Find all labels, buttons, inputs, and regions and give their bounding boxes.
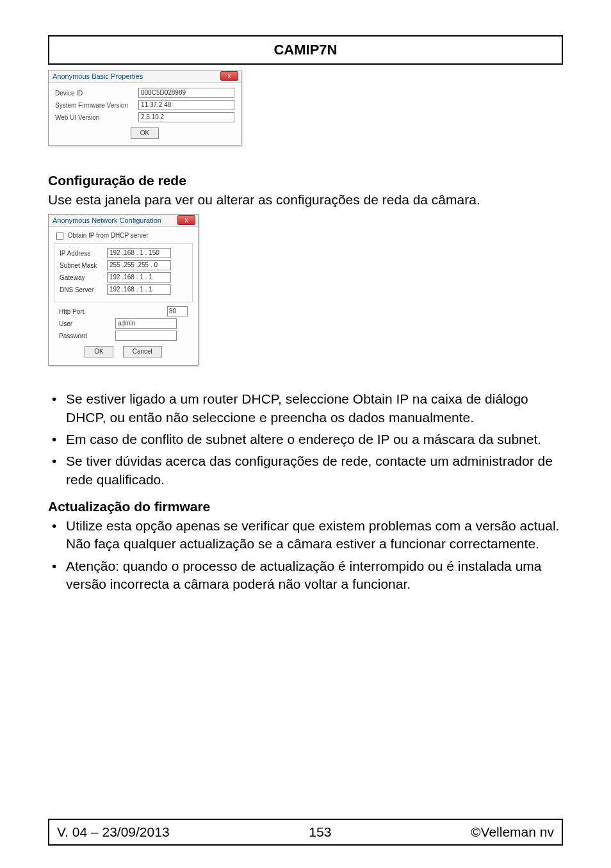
ok-button[interactable]: OK: [131, 127, 159, 139]
webui-input[interactable]: 2.5.10.2: [138, 112, 234, 122]
password-label: Password: [59, 332, 115, 340]
ip-row: IP Address 192 .168 . 1 . 150: [60, 248, 187, 258]
dialog2-titlebar: Anonymous Network Configuration x: [49, 215, 198, 227]
page-content: Anonymous Basic Properties x Device ID 0…: [0, 70, 611, 593]
user-label: User: [59, 320, 115, 327]
dns-row: DNS Server 192 .168 . 1 . 1: [60, 284, 187, 295]
ip-label: IP Address: [60, 250, 107, 257]
bullet-item: Se tiver dúvidas acerca das configuraçõe…: [48, 452, 563, 489]
webui-row: Web UI Version 2.5.10.2: [55, 112, 234, 122]
device-id-input[interactable]: 000C5D028989: [138, 88, 234, 98]
firmware-bullets: Utilize esta opção apenas se verificar q…: [48, 517, 563, 593]
dialog2-button-row: OK Cancel: [54, 346, 193, 357]
firmware-label: System Firmware Version: [55, 102, 138, 109]
network-config-heading: Configuração de rede: [48, 173, 563, 188]
http-port-label: Http Port: [59, 308, 115, 315]
footer-version: V. 04 – 23/09/2013: [57, 824, 170, 840]
webui-label: Web UI Version: [55, 114, 138, 121]
device-id-label: Device ID: [55, 90, 138, 97]
network-config-dialog: Anonymous Network Configuration x Obtain…: [48, 214, 199, 366]
page-footer: V. 04 – 23/09/2013 153 ©Velleman nv: [48, 819, 563, 846]
bullet-item: Se estiver ligado a um router DHCP, sele…: [48, 390, 563, 427]
gateway-label: Gateway: [60, 274, 107, 281]
subnet-input[interactable]: 255 .255 .255 . 0: [107, 260, 171, 270]
device-id-row: Device ID 000C5D028989: [55, 88, 234, 98]
dialog-titlebar: Anonymous Basic Properties x: [49, 70, 241, 83]
ip-input[interactable]: 192 .168 . 1 . 150: [107, 248, 171, 258]
footer-copyright: ©Velleman nv: [471, 824, 554, 840]
http-port-row: Http Port 80: [59, 306, 188, 316]
bullet-item: Utilize esta opção apenas se verificar q…: [48, 517, 563, 553]
dhcp-checkbox[interactable]: [56, 233, 63, 240]
close-icon[interactable]: x: [177, 215, 195, 225]
close-icon[interactable]: x: [220, 71, 238, 81]
dialog-body: Device ID 000C5D028989 System Firmware V…: [49, 83, 241, 145]
basic-properties-dialog: Anonymous Basic Properties x Device ID 0…: [48, 70, 241, 146]
subnet-row: Subnet Mask 255 .255 .255 . 0: [60, 260, 187, 270]
ok-button[interactable]: OK: [85, 346, 113, 357]
dhcp-row: Obtain IP from DHCP server: [56, 232, 193, 240]
dialog2-title-text: Anonymous Network Configuration: [53, 217, 161, 224]
firmware-row: System Firmware Version 11.37.2.48: [55, 100, 234, 110]
dns-label: DNS Server: [60, 286, 107, 293]
ip-group: IP Address 192 .168 . 1 . 150 Subnet Mas…: [54, 243, 193, 302]
http-port-input[interactable]: 80: [167, 306, 188, 316]
bullet-item: Atenção: quando o processo de actualizaç…: [48, 557, 563, 594]
footer-page-number: 153: [309, 824, 331, 840]
firmware-update-heading: Actualização do firmware: [48, 499, 563, 514]
user-input[interactable]: admin: [115, 318, 177, 329]
password-row: Password: [59, 331, 188, 341]
cancel-button[interactable]: Cancel: [123, 346, 162, 357]
network-bullets: Se estiver ligado a um router DHCP, sele…: [48, 390, 563, 489]
dialog2-body: Obtain IP from DHCP server IP Address 19…: [49, 227, 198, 365]
network-config-text: Use esta janela para ver ou alterar as c…: [48, 191, 563, 209]
gateway-input[interactable]: 192 .168 . 1 . 1: [107, 272, 171, 283]
gateway-row: Gateway 192 .168 . 1 . 1: [60, 272, 187, 283]
firmware-input[interactable]: 11.37.2.48: [138, 100, 234, 110]
dialog-title-text: Anonymous Basic Properties: [53, 72, 143, 80]
dns-input[interactable]: 192 .168 . 1 . 1: [107, 284, 171, 295]
page-header: CAMIP7N: [48, 35, 563, 65]
password-input[interactable]: [115, 331, 177, 341]
subnet-label: Subnet Mask: [60, 262, 107, 269]
dialog-button-row: OK: [55, 127, 234, 139]
dhcp-label: Obtain IP from DHCP server: [68, 232, 149, 239]
user-row: User admin: [59, 318, 188, 329]
bullet-item: Em caso de conflito de subnet altere o e…: [48, 430, 563, 448]
